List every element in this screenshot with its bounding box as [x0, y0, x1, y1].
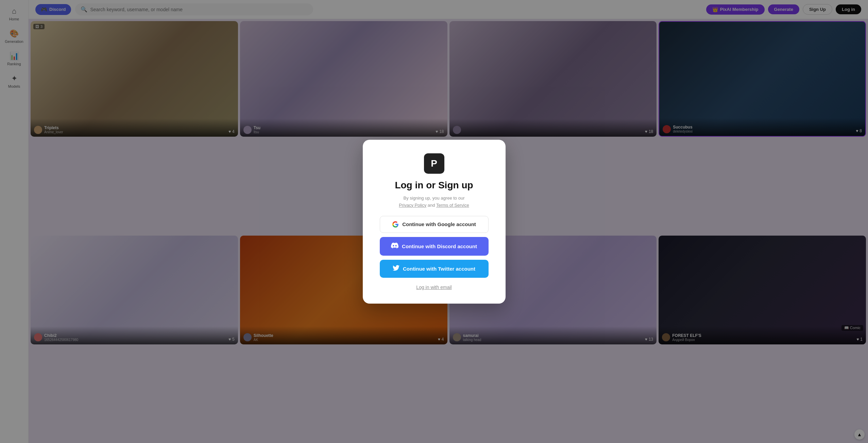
email-login-label: Log in with email: [416, 285, 452, 290]
modal-logo: P: [424, 153, 444, 174]
and-text: and: [428, 203, 435, 208]
modal-overlay[interactable]: P Log in or Sign up By signing up, you a…: [0, 0, 868, 443]
logo-text: P: [431, 158, 437, 169]
modal-links: Privacy Policy and Terms of Service: [399, 203, 469, 208]
twitter-login-button[interactable]: Continue with Twitter account: [380, 260, 489, 278]
google-button-label: Continue with Google account: [402, 221, 476, 227]
modal-title: Log in or Sign up: [395, 180, 473, 191]
discord-login-button[interactable]: Continue with Discord account: [380, 237, 489, 256]
twitter-icon-modal: [393, 265, 399, 273]
google-icon: [392, 221, 399, 228]
discord-button-label-modal: Continue with Discord account: [402, 243, 477, 249]
terms-link[interactable]: Terms of Service: [436, 203, 469, 208]
privacy-policy-link[interactable]: Privacy Policy: [399, 203, 426, 208]
discord-icon-modal: [391, 242, 398, 251]
email-login-button[interactable]: Log in with email: [416, 285, 452, 290]
login-modal: P Log in or Sign up By signing up, you a…: [363, 140, 506, 304]
google-login-button[interactable]: Continue with Google account: [380, 216, 489, 233]
modal-subtitle: By signing up, you agree to our: [404, 195, 465, 201]
twitter-button-label: Continue with Twitter account: [403, 266, 475, 272]
